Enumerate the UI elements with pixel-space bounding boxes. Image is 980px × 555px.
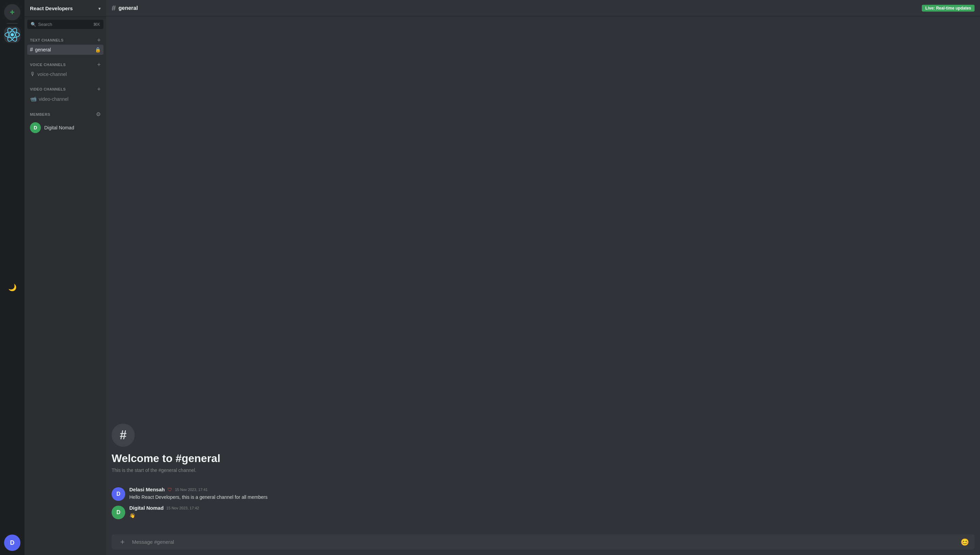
search-bar[interactable]: 🔍 Search ⌘K [27,20,104,29]
add-text-channel-button[interactable]: + [97,37,101,43]
text-channels-header: TEXT CHANNELS + [27,37,104,43]
message-group-1: D Digital Nomad 15 Nov 2023, 17:42 👋 [112,504,975,522]
message-input-box: + 😊 [112,534,975,550]
members-header: MEMBERS ⚙ [27,111,104,117]
video-channels-header: VIDEO CHANNELS + [27,86,104,92]
message-header-0: Delasi Mensah 🛡 15 Nov 2023, 17:41 [129,486,975,492]
search-shortcut: ⌘K [93,22,100,27]
attach-button[interactable]: + [117,537,128,547]
message-group-0: D Delasi Mensah 🛡 15 Nov 2023, 17:41 Hel… [112,485,975,504]
message-header-1: Digital Nomad 15 Nov 2023, 17:42 [129,505,975,511]
message-timestamp-0: 15 Nov 2023, 17:41 [175,488,208,492]
video-icon: 📹 [30,96,37,102]
voice-channels-header: VOICE CHANNELS + [27,62,104,68]
message-avatar-digital: D [112,505,125,519]
video-channels-title: VIDEO CHANNELS [30,87,66,91]
voice-channels-section: VOICE CHANNELS + 🎙 voice-channel [24,56,106,81]
message-input-area: + 😊 [106,529,980,555]
text-channels-title: TEXT CHANNELS [30,38,64,42]
channel-video[interactable]: 📹 video-channel [27,94,104,104]
emoji-button[interactable]: 😊 [961,538,969,546]
message-timestamp-1: 15 Nov 2023, 17:42 [166,506,199,510]
hash-icon: # [30,47,33,53]
user-avatar-icon[interactable]: D [4,534,21,551]
microphone-icon: 🎙 [30,71,35,77]
channel-header-name: general [118,5,138,11]
server-divider [7,23,18,24]
message-avatar-delasi: D [112,487,125,501]
member-item-digital-nomad[interactable]: D Digital Nomad [27,120,104,135]
server-bar: + 🌙 D [0,0,24,555]
message-content-0: Delasi Mensah 🛡 15 Nov 2023, 17:41 Hello… [129,486,975,501]
sidebar: React Developers ▾ 🔍 Search ⌘K TEXT CHAN… [24,0,106,555]
search-icon: 🔍 [30,22,36,27]
add-server-button[interactable]: + [4,4,21,21]
members-title: MEMBERS [30,112,50,116]
text-channels-section: TEXT CHANNELS + # general 🔒 [24,32,106,56]
member-avatar-digital: D [30,122,41,133]
message-author-0: Delasi Mensah [129,486,165,492]
member-name-digital: Digital Nomad [44,125,74,130]
gear-icon[interactable]: ⚙ [96,111,101,117]
main-content: # general Live: Real-time updates # Welc… [106,0,980,555]
messages-area[interactable]: # Welcome to #general This is the start … [106,16,980,529]
voice-channels-title: VOICE CHANNELS [30,63,66,67]
svg-point-0 [11,33,14,37]
channel-header-hash-icon: # [112,4,116,13]
dark-mode-button[interactable]: 🌙 [4,279,21,295]
welcome-subtitle: This is the start of the #general channe… [112,467,975,473]
add-voice-channel-button[interactable]: + [97,62,101,68]
lock-icon: 🔒 [95,47,101,53]
welcome-hash-icon: # [112,423,135,447]
channel-welcome: # Welcome to #general This is the start … [112,417,975,485]
channel-header: # general Live: Real-time updates [106,0,980,16]
channel-name-general: general [35,47,93,53]
channel-name-voice: voice-channel [37,72,101,77]
channel-general[interactable]: # general 🔒 [27,45,104,55]
live-badge: Live: Real-time updates [922,5,975,11]
channel-voice[interactable]: 🎙 voice-channel [27,69,104,79]
video-channels-section: VIDEO CHANNELS + 📹 video-channel [24,81,106,106]
members-section: MEMBERS ⚙ D Digital Nomad [24,106,106,136]
message-author-1: Digital Nomad [129,505,164,511]
shield-icon-0: 🛡 [168,487,172,492]
channel-header-left: # general [112,4,138,13]
message-input[interactable] [132,534,956,550]
message-text-1: 👋 [129,512,975,519]
welcome-hash-symbol: # [120,428,126,442]
channel-name-video: video-channel [39,96,101,102]
welcome-title: Welcome to #general [112,452,975,465]
search-placeholder: Search [38,22,91,27]
server-header[interactable]: React Developers ▾ [24,0,106,17]
add-video-channel-button[interactable]: + [97,86,101,92]
message-text-0: Hello React Developers, this is a genera… [129,494,975,501]
server-name: React Developers [30,5,73,11]
chevron-down-icon: ▾ [98,6,101,11]
react-server-icon[interactable] [4,27,21,43]
message-content-1: Digital Nomad 15 Nov 2023, 17:42 👋 [129,505,975,519]
